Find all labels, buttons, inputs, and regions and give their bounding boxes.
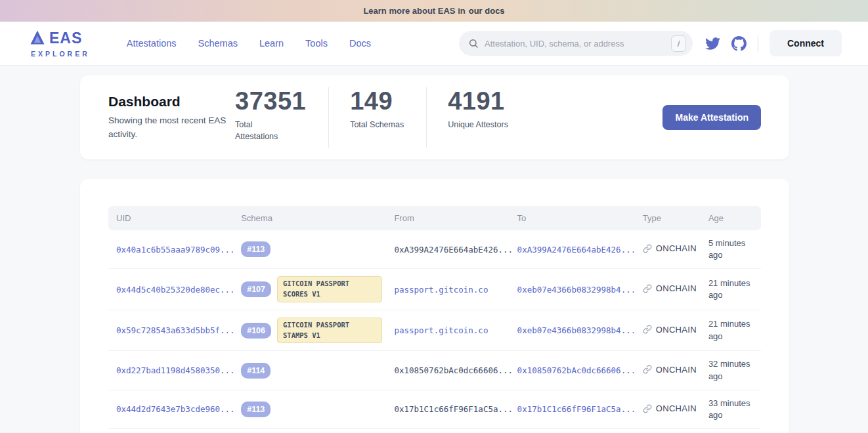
main-nav: Attestations Schemas Learn Tools Docs: [127, 38, 371, 49]
attestations-table: UID Schema From To Type Age 0x40a1c6b55a…: [108, 206, 761, 433]
to-link[interactable]: 0xeb07e4366b0832998b4...: [517, 285, 636, 295]
search-bar[interactable]: /: [459, 31, 693, 56]
column-header-to: To: [510, 206, 635, 230]
schema-name-badge[interactable]: GITCOIN PASSPORT STAMPS V1: [277, 318, 382, 344]
stat-label: Total Attestations: [235, 119, 289, 144]
social-links: [705, 36, 747, 51]
type-label: ONCHAIN: [656, 283, 697, 293]
chain-link-icon: [643, 284, 652, 293]
chain-link-icon: [643, 244, 652, 253]
stat-value: 4191: [448, 87, 508, 116]
chain-link-icon: [643, 325, 652, 334]
page-subtitle: Showing the most recent EAS activity.: [108, 114, 227, 142]
type-label: ONCHAIN: [656, 403, 697, 413]
nav-schemas[interactable]: Schemas: [198, 38, 238, 49]
uid-link[interactable]: 0x44d2d7643e7b3cde960...: [116, 404, 235, 414]
from-link[interactable]: 0x17b1C1c66fF96F1aC5a...: [394, 404, 513, 414]
attestations-table-card: UID Schema From To Type Age 0x40a1c6b55a…: [80, 179, 789, 433]
to-link[interactable]: 0x10850762bAc0dc66606...: [517, 365, 636, 375]
stat-total-schemas: 149 Total Schemas: [350, 87, 427, 148]
connect-button[interactable]: Connect: [770, 30, 842, 56]
logo-title: EAS: [49, 31, 82, 46]
type-label: ONCHAIN: [656, 243, 697, 253]
from-link[interactable]: 0x10850762bAc0dc66606...: [394, 365, 513, 375]
uid-link[interactable]: 0x40a1c6b55aaa9789c09...: [116, 245, 235, 255]
column-header-age: Age: [701, 206, 761, 230]
to-link[interactable]: 0x17b1C1c66fF96F1aC5a...: [517, 404, 636, 414]
column-header-type: Type: [635, 206, 701, 230]
chain-link-icon: [643, 365, 652, 374]
from-link[interactable]: passport.gitcoin.co: [394, 285, 488, 295]
announcement-banner: Learn more about EAS in our docs: [0, 0, 868, 22]
nav-attestations[interactable]: Attestations: [127, 38, 177, 49]
search-icon: [468, 38, 479, 49]
banner-docs-link[interactable]: our docs: [469, 6, 505, 16]
page-title: Dashboard: [108, 94, 235, 110]
github-icon[interactable]: [731, 36, 747, 51]
header: EAS EXPLORER Attestations Schemas Learn …: [0, 22, 868, 66]
table-row: 0xd227bad1198d4580350... #114 0x10850762…: [108, 351, 761, 390]
schema-id-badge[interactable]: #106: [241, 323, 271, 339]
slash-shortcut-badge: /: [671, 35, 686, 52]
uid-link[interactable]: 0x44d5c40b25320de80ec...: [116, 285, 235, 295]
age-text: 5 minutes ago: [701, 230, 761, 269]
age-text: 21 minutes ago: [701, 269, 761, 310]
twitter-icon[interactable]: [705, 36, 720, 51]
logo-subtitle: EXPLORER: [31, 50, 90, 58]
make-attestation-button[interactable]: Make Attestation: [662, 105, 761, 130]
stats-row: 37351 Total Attestations 149 Total Schem…: [235, 87, 508, 148]
table-row: 0x44d2d7643e7b3cde960... #113 0x17b1C1c6…: [108, 390, 761, 428]
schema-name-badge[interactable]: GITCOIN PASSPORT SCORES V1: [277, 276, 382, 302]
table-row: 0x59c728543a633d5bb5f... #106 GITCOIN PA…: [108, 310, 761, 351]
table-row: 0xcfc68a268e8ec9260a8... #107 GITCOIN PA…: [108, 429, 761, 433]
uid-link[interactable]: 0xd227bad1198d4580350...: [116, 365, 235, 375]
nav-learn[interactable]: Learn: [259, 38, 284, 49]
nav-docs[interactable]: Docs: [349, 38, 371, 49]
eas-logo[interactable]: EAS EXPLORER: [30, 30, 90, 58]
stat-total-attestations: 37351 Total Attestations: [235, 87, 329, 148]
nav-tools[interactable]: Tools: [305, 38, 328, 49]
search-input[interactable]: [485, 39, 665, 49]
table-header-row: UID Schema From To Type Age: [108, 206, 761, 230]
column-header-uid: UID: [108, 206, 233, 230]
from-link[interactable]: passport.gitcoin.co: [394, 325, 488, 335]
chain-link-icon: [643, 404, 652, 413]
to-link[interactable]: 0xeb07e4366b0832998b4...: [517, 325, 636, 335]
to-link[interactable]: 0xA399A2476E664abE426...: [517, 245, 636, 255]
stat-label: Total Schemas: [350, 119, 404, 131]
uid-link[interactable]: 0x59c728543a633d5bb5f...: [116, 325, 235, 335]
age-text: 32 minutes ago: [701, 351, 761, 390]
stat-value: 149: [350, 87, 404, 116]
table-row: 0x40a1c6b55aaa9789c09... #113 0xA399A247…: [108, 230, 761, 269]
schema-id-badge[interactable]: #113: [241, 241, 271, 257]
age-text: 39 minutes ago: [701, 429, 761, 433]
stat-value: 37351: [235, 87, 306, 116]
type-label: ONCHAIN: [656, 365, 697, 375]
table-row: 0x44d5c40b25320de80ec... #107 GITCOIN PA…: [108, 269, 761, 310]
stat-unique-attestors: 4191 Unique Attestors: [448, 87, 508, 148]
column-header-schema: Schema: [233, 206, 386, 230]
header-divider: [758, 35, 758, 52]
age-text: 33 minutes ago: [701, 390, 761, 428]
from-link[interactable]: 0xA399A2476E664abE426...: [394, 245, 513, 255]
schema-id-badge[interactable]: #113: [241, 402, 271, 417]
stat-label: Unique Attestors: [448, 119, 508, 131]
schema-id-badge[interactable]: #107: [241, 281, 271, 297]
eas-triangle-icon: [30, 30, 45, 48]
column-header-from: From: [386, 206, 509, 230]
type-label: ONCHAIN: [656, 325, 697, 335]
banner-text: Learn more about EAS in: [363, 6, 465, 16]
dashboard-card: Dashboard Showing the most recent EAS ac…: [80, 75, 789, 159]
age-text: 21 minutes ago: [701, 310, 761, 351]
schema-id-badge[interactable]: #114: [241, 363, 271, 379]
